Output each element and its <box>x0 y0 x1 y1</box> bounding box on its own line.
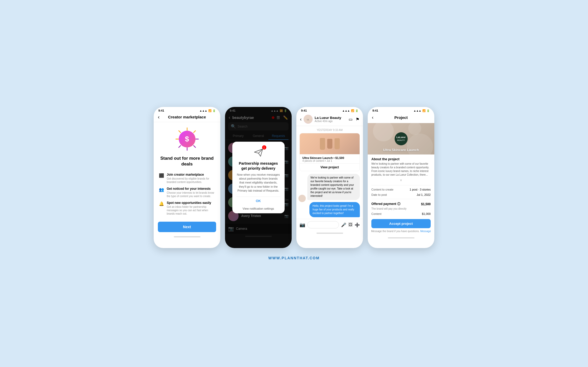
back-button-4[interactable]: ‹ <box>372 115 373 120</box>
microphone-icon[interactable]: 🎤 <box>341 222 346 227</box>
signal-icon-1: ▲▲▲ <box>199 109 207 112</box>
p4-header: ‹ Project <box>368 113 434 123</box>
date-value: Jul 1, 2022 <box>417 193 431 196</box>
wifi-icon-4: 📶 <box>422 109 425 112</box>
brand-bubble-avatar <box>298 195 306 202</box>
divider-2 <box>371 199 431 199</box>
card-subtitle: 4 pieces of content • Jul 1 <box>302 159 357 162</box>
modal-desc: Now when you receive messages about part… <box>237 173 280 193</box>
add-icon[interactable]: ➕ <box>355 222 360 227</box>
p3-brand-info: La Lueur Beauty Active 43m ago <box>315 116 347 123</box>
wifi-icon-1: 📶 <box>208 109 211 112</box>
signal-icon-4: ▲▲▲ <box>413 109 421 112</box>
p3-header-icons: ▭ ⚑ <box>349 117 359 122</box>
wifi-icon-3: 📶 <box>351 109 354 112</box>
home-indicator-4 <box>388 237 414 238</box>
modal-badge: 1 <box>262 145 266 150</box>
modal-box: 1 Partnership messages get priority deli… <box>232 142 285 213</box>
phone-2: 9:41 ▲▲▲ 📶 🔋 ‹ beautybyrae ☰ ✏️ 🔍 Search… <box>225 107 292 248</box>
message-input[interactable] <box>307 221 339 228</box>
feature-2-title: Get noticed for your interests <box>167 187 215 191</box>
project-hero: LaLueur BEAUTY Ultra Skincare Launch <box>368 123 434 154</box>
p1-header: ‹ Creator marketplace <box>154 113 220 122</box>
time-1: 9:41 <box>158 109 164 112</box>
user-message-row: Hello, this project looks great! I'm a h… <box>296 202 363 217</box>
modal-icon-area: 1 <box>253 147 264 158</box>
back-button-1[interactable]: ‹ <box>158 114 160 120</box>
card-image <box>300 133 360 154</box>
time-4: 9:41 <box>372 109 378 112</box>
card-title: Ultra Skincare Launch • $1,500 <box>302 156 357 159</box>
feature-2-desc: Choose your interests to let brands know… <box>167 191 215 198</box>
p1-title: Creator marketplace <box>168 115 206 119</box>
bell-icon: 🔔 <box>159 201 164 206</box>
message-link[interactable]: Message <box>420 230 431 233</box>
bottle-1 <box>320 138 325 150</box>
phone-3: 9:41 ▲▲▲ 📶 🔋 ‹ LL La Lueur Beauty Active… <box>296 107 363 248</box>
p4-title: Project <box>394 115 408 120</box>
modal-overlay: 1 Partnership messages get priority deli… <box>225 107 292 248</box>
feature-1-title: Join creator marketplace <box>167 173 215 176</box>
user-message-bubble: Hello, this project looks great! I'm a h… <box>309 202 360 217</box>
signal-icon-3: ▲▲▲ <box>342 109 350 112</box>
home-indicator-3 <box>316 233 343 234</box>
paper-plane-icon <box>253 147 264 157</box>
svg-line-5 <box>194 146 195 147</box>
phone-4: 9:41 ▲▲▲ 📶 🔋 ‹ Project LaLueur BEAUTY <box>368 107 434 248</box>
status-bar-3: 9:41 ▲▲▲ 📶 🔋 <box>296 107 363 113</box>
people-icon: 👥 <box>159 187 164 192</box>
video-icon[interactable]: ▭ <box>349 117 353 122</box>
detail-content: Content to create 1 post · 3 stories <box>368 187 434 192</box>
next-button[interactable]: Next <box>158 222 216 232</box>
brand-message-row: We're looking to partner with some of ou… <box>296 174 363 202</box>
about-text: We're looking to partner with some of ou… <box>368 162 434 178</box>
svg-line-7 <box>179 146 181 147</box>
flag-icon[interactable]: ⚑ <box>356 117 359 122</box>
about-title: About the project <box>368 154 434 162</box>
p1-feature-1: ⬛ Join creator marketplace Get discovere… <box>154 171 220 185</box>
svg-line-6 <box>194 131 195 133</box>
p1-feature-2: 👥 Get noticed for your interests Choose … <box>154 185 220 199</box>
feature-3-desc: Get an inbox folder for partnership mess… <box>167 205 215 215</box>
bottle-3 <box>335 138 340 149</box>
date-label-proj: Date to post <box>371 193 387 196</box>
view-project-button[interactable]: View project <box>300 163 360 171</box>
brand-name: La Lueur Beauty <box>315 116 347 120</box>
payment-header: Offered payment ⓘ $1,500 <box>368 201 434 207</box>
modal-ok-button[interactable]: OK <box>237 197 280 205</box>
signal-icons-1: ▲▲▲ 📶 🔋 <box>199 109 216 112</box>
chat-input-bar: 📷 🎤 🖼 ➕ <box>296 219 363 231</box>
svg-point-11 <box>373 123 394 141</box>
content-payment-row: Content $1,000 <box>368 211 434 216</box>
accept-project-button[interactable]: Accept project <box>371 219 431 228</box>
project-hero-label: Ultra Skincare Launch <box>383 148 419 152</box>
message-hint: Message the brand if you have questions.… <box>368 229 434 235</box>
p1-feature-3: 🔔 Spot new opportunities easily Get an i… <box>154 199 220 217</box>
p3-header: ‹ LL La Lueur Beauty Active 43m ago ▭ ⚑ <box>296 113 363 126</box>
instagram-icon-1: ⬛ <box>159 173 164 178</box>
camera-input-icon[interactable]: 📷 <box>299 222 305 228</box>
brand-message-bubble: We're looking to partner with some of ou… <box>307 174 360 200</box>
battery-icon-4: 🔋 <box>426 109 430 112</box>
card-info: Ultra Skincare Launch • $1,500 4 pieces … <box>300 154 360 163</box>
content-label: Content to create <box>371 188 393 191</box>
signal-icons-4: ▲▲▲ 📶 🔋 <box>413 109 430 112</box>
feature-1-desc: Get discovered by eligible brands for br… <box>167 177 215 184</box>
brand-logo-text: LaLueur BEAUTY <box>396 136 406 142</box>
date-label: YESTERDAY 9:33 AM <box>296 126 363 133</box>
project-card: Ultra Skincare Launch • $1,500 4 pieces … <box>299 133 360 171</box>
see-more-indicator[interactable]: ∨ <box>368 178 434 183</box>
website-footer: WWW.PLANNTHAT.COM <box>268 256 320 260</box>
modal-title: Partnership messages get priority delive… <box>237 161 280 170</box>
content-value: 1 post · 3 stories <box>410 188 431 191</box>
battery-icon-1: 🔋 <box>212 109 216 112</box>
brand-avatar-img: LL <box>304 115 313 124</box>
image-icon[interactable]: 🖼 <box>348 222 353 227</box>
p1-headline: Stand out for more brand deals <box>154 153 220 171</box>
back-button-3[interactable]: ‹ <box>300 117 302 122</box>
chat-action-icons: 🎤 🖼 ➕ <box>341 222 360 227</box>
modal-settings-button[interactable]: View notification settings <box>237 205 280 210</box>
feature-3-title: Spot new opportunities easily <box>167 201 215 205</box>
content-payment-value: $1,000 <box>422 212 431 215</box>
detail-date: Date to post Jul 1, 2022 <box>368 192 434 197</box>
